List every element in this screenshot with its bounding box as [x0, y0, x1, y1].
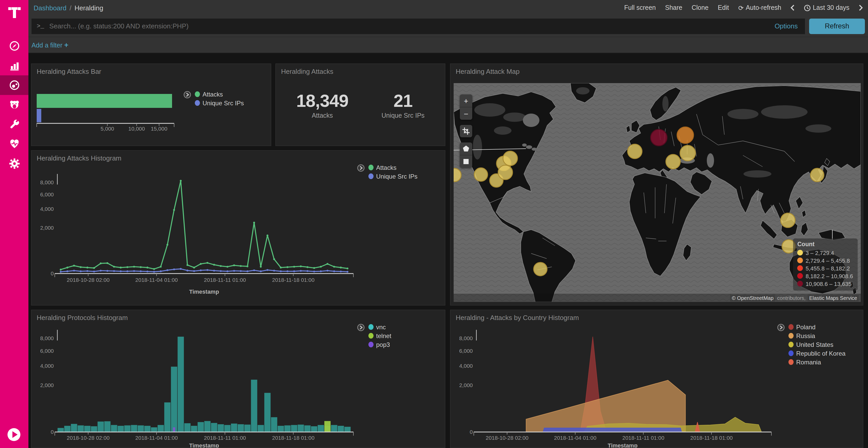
svg-text:2018-11-18 01:00: 2018-11-18 01:00	[272, 435, 314, 441]
chart-legend: AttacksUnique Src IPs	[183, 91, 244, 106]
legend-item[interactable]: United States	[788, 341, 845, 348]
svg-text:Timestamp: Timestamp	[189, 442, 219, 447]
osm-attribution-link[interactable]: © OpenStreetMap	[730, 295, 775, 301]
map-legend-item: 10,908.6 – 13,635	[798, 280, 853, 287]
legend-toggle-chevron-icon[interactable]	[183, 91, 191, 99]
sidebar-expand-button[interactable]	[7, 427, 21, 442]
legend-swatch	[368, 165, 374, 170]
legend-item[interactable]: Russia	[788, 333, 845, 339]
legend-item[interactable]: pop3	[368, 341, 392, 348]
legend-toggle-chevron-icon[interactable]	[777, 323, 785, 331]
chart-legend: PolandRussiaUnited StatesRepublic of Kor…	[777, 323, 845, 366]
svg-text:2018-11-11 01:00: 2018-11-11 01:00	[622, 435, 664, 441]
attack-dot[interactable]	[650, 129, 667, 146]
map-legend-swatch	[798, 281, 803, 286]
sidebar-item-monitoring[interactable]	[0, 134, 28, 154]
sidebar	[0, 0, 28, 448]
attack-dot[interactable]	[474, 168, 488, 181]
breadcrumb-dashboard-link[interactable]: Dashboard	[34, 4, 66, 12]
map-legend-item: 3 – 2,729.4	[798, 249, 853, 256]
search-input[interactable]	[48, 22, 771, 30]
sidebar-item-devtools[interactable]	[0, 114, 28, 134]
attack-dot[interactable]	[498, 165, 513, 180]
gear-icon	[8, 158, 20, 169]
legend-item[interactable]: Unique Src IPs	[195, 100, 244, 106]
bar-chart-icon	[8, 60, 20, 71]
legend-item[interactable]: Attacks	[195, 91, 244, 98]
attack-dot[interactable]	[810, 168, 824, 182]
heart-pulse-icon	[8, 138, 20, 150]
edit-button[interactable]: Edit	[718, 4, 729, 11]
legend-item[interactable]: Poland	[788, 323, 845, 330]
sidebar-item-timelion[interactable]	[0, 95, 28, 114]
map-legend-item: 2,729.4 – 5,455.8	[798, 256, 853, 264]
time-picker-button[interactable]: Last 30 days	[804, 4, 849, 11]
refresh-cycle-icon: ⟳	[738, 4, 744, 12]
svg-text:2018-11-11 01:00: 2018-11-11 01:00	[204, 435, 246, 441]
svg-text:0: 0	[470, 429, 473, 435]
auto-refresh-button[interactable]: ⟳ Auto-refresh	[738, 4, 781, 12]
attack-dot[interactable]	[781, 213, 795, 228]
legend-title: Count	[798, 241, 853, 247]
time-forward-button[interactable]	[859, 5, 863, 11]
sidebar-item-discover[interactable]	[0, 36, 28, 56]
legend-toggle-chevron-icon[interactable]	[357, 323, 365, 331]
legend-label: vnc	[376, 323, 386, 331]
sidebar-item-dashboard[interactable]	[0, 75, 28, 95]
map-legend-swatch	[798, 250, 803, 255]
legend-item[interactable]: telnet	[368, 333, 392, 339]
metric-group: 18,349 Attacks 21 Unique Src IPs	[276, 91, 445, 119]
full-screen-button[interactable]: Full screen	[624, 4, 656, 11]
clock-icon	[804, 4, 811, 11]
attack-dot[interactable]	[503, 151, 518, 166]
legend-item[interactable]: Romania	[788, 359, 845, 366]
svg-text:4,000: 4,000	[40, 363, 54, 369]
refresh-button[interactable]: Refresh	[809, 18, 865, 34]
zoom-out-button[interactable]: −	[460, 107, 472, 120]
legend-item[interactable]: vnc	[368, 323, 392, 330]
panel-title: Heralding Attack Map	[456, 68, 520, 75]
svg-text:6,000: 6,000	[40, 348, 54, 354]
attack-dot[interactable]	[666, 154, 680, 169]
attribution-text: contributors,	[777, 295, 805, 301]
legend-swatch	[788, 350, 794, 356]
attack-dot[interactable]	[680, 145, 695, 161]
draw-polygon-button[interactable]	[460, 142, 472, 156]
legend-label: pop3	[376, 341, 390, 348]
attack-dot[interactable]	[627, 144, 642, 159]
legend-item[interactable]: Unique Src IPs	[368, 173, 417, 180]
plus-icon: +	[64, 41, 68, 49]
legend-item[interactable]: Republic of Korea	[788, 350, 845, 357]
attack-dot[interactable]	[534, 263, 547, 276]
map-legend-swatch	[798, 273, 803, 279]
legend-label: Attacks	[376, 164, 397, 171]
map-legend-item: 5,455.8 – 8,182.2	[798, 264, 853, 272]
svg-text:6,000: 6,000	[40, 192, 54, 198]
svg-text:15,000: 15,000	[151, 126, 167, 132]
time-back-button[interactable]	[790, 5, 795, 11]
svg-text:2018-10-28 02:00: 2018-10-28 02:00	[67, 435, 110, 441]
add-filter-link[interactable]: Add a filter +	[32, 41, 68, 49]
elastic-maps-link[interactable]: Elastic Maps Service	[808, 295, 859, 301]
sidebar-item-visualize[interactable]	[0, 56, 28, 75]
search-box[interactable]: >_ Options	[32, 18, 805, 34]
svg-text:0: 0	[51, 429, 54, 435]
telekom-logo-icon[interactable]	[0, 0, 28, 24]
map-legend-item: 8,182.2 – 10,908.6	[798, 272, 853, 280]
attacks-bar-chart[interactable]: 5,00010,00015,000	[32, 72, 267, 146]
fit-bounds-button[interactable]	[460, 125, 472, 137]
zoom-in-button[interactable]: +	[460, 95, 472, 107]
svg-text:2,000: 2,000	[40, 225, 54, 231]
options-link[interactable]: Options	[774, 22, 800, 30]
draw-rectangle-button[interactable]	[460, 156, 472, 168]
legend-toggle-chevron-icon[interactable]	[357, 164, 365, 172]
panel-country-histogram: Heralding - Attacks by Country Histogram…	[450, 310, 863, 448]
attack-dot[interactable]	[677, 127, 693, 143]
svg-text:8,000: 8,000	[40, 335, 54, 341]
legend-item[interactable]: Attacks	[368, 164, 417, 171]
clone-button[interactable]: Clone	[691, 4, 708, 11]
share-button[interactable]: Share	[665, 4, 683, 11]
world-map[interactable]: + −	[454, 83, 861, 302]
sidebar-item-management[interactable]	[0, 154, 28, 173]
legend-label: telnet	[376, 332, 392, 339]
